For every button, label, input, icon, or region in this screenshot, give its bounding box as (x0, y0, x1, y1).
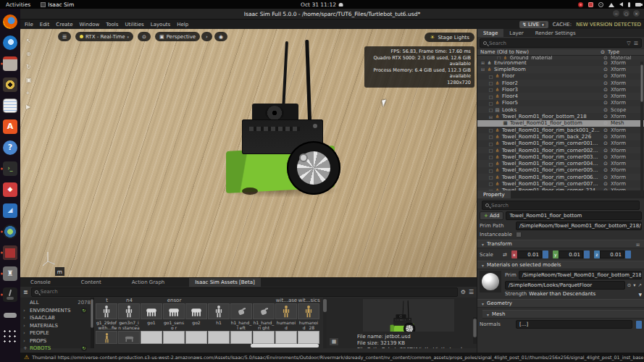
target-icon[interactable]: ⊙ (627, 282, 631, 288)
visibility-eye-icon[interactable]: ⊙ (601, 60, 611, 66)
expander-box[interactable] (488, 154, 494, 159)
panel-tab[interactable]: Console (25, 278, 57, 287)
gear-icon[interactable]: ⚙ (461, 289, 466, 295)
dock-app-icon[interactable] (0, 305, 20, 326)
expander-box[interactable] (480, 60, 486, 65)
visibility-eye-icon[interactable]: ⊙ (601, 134, 611, 140)
visibility-button[interactable]: ⊙ (138, 32, 151, 41)
table-row[interactable]: Towel_Room01_floor_rim_back001_222 ⊙ Xfo… (477, 127, 644, 133)
filter-icon[interactable]: ▽ (627, 41, 630, 46)
expander-box[interactable] (495, 56, 502, 59)
asset-tile[interactable]: humanoid _28 (298, 303, 319, 330)
visibility-eye-icon[interactable]: ⊙ (601, 140, 611, 146)
visibility-eye-icon[interactable]: ⊙ (601, 100, 611, 106)
table-row[interactable]: Floor2 ⊙ Xform (477, 80, 644, 86)
visibility-eye-icon[interactable]: ⊙ (601, 174, 611, 180)
dock-app-icon[interactable] (0, 284, 20, 305)
asset-tile[interactable]: g1_29dof_with...fied (96, 303, 117, 330)
chevron-down-icon[interactable]: ▾ (633, 282, 635, 288)
asset-thumbnail[interactable] (275, 331, 297, 344)
section-options-icon[interactable]: ⊞ (636, 242, 640, 247)
focused-app-name[interactable]: Isaac Sim (36, 1, 78, 8)
stage-tree-header[interactable]: Name (Old to New) ⊙ Type (477, 49, 644, 56)
units-badge[interactable]: m (55, 267, 64, 276)
dock-app-icon[interactable]: ♜ (0, 263, 20, 284)
minimize-button[interactable]: − (613, 10, 619, 17)
activities-button[interactable]: Activities (0, 1, 36, 8)
dock-app-icon[interactable]: ›_ (0, 158, 20, 179)
dock-app-icon[interactable] (0, 242, 20, 263)
panel-tab[interactable]: Content (75, 278, 107, 287)
expander-box[interactable] (488, 161, 494, 167)
visibility-eye-icon[interactable]: ⊙ (601, 114, 611, 119)
tray-icon[interactable] (628, 2, 630, 7)
viewport-options-button[interactable]: ☰ (58, 32, 71, 41)
asset-tile[interactable]: go2 (185, 303, 207, 330)
prim-name-field[interactable]: Towel_Room01_floor_bottom (506, 211, 642, 220)
menu-item[interactable]: Tools (106, 22, 118, 28)
table-row[interactable]: Floor5 ⊙ Xform (477, 100, 644, 106)
type-column-header[interactable]: Type (608, 49, 641, 55)
table-row[interactable]: Environment ⊙ Xform (477, 59, 644, 66)
renderer-selector[interactable]: RTX - Real-Time▾ (75, 32, 133, 41)
filter-list-icon[interactable]: ≣ (23, 289, 28, 295)
asset-thumbnail[interactable] (118, 331, 140, 344)
table-row[interactable]: Towel_Room01_floor_bottom ⊙ Mesh (477, 120, 644, 127)
table-row[interactable]: Towel_Room01_floor_rim_corner001_226 ⊙ X… (477, 140, 644, 147)
scale-x-input[interactable]: 0.01 (517, 251, 542, 258)
material-path-field[interactable]: /SimpleRoom/Looks/ParquetFloor (505, 281, 625, 290)
dock-app-icon[interactable] (0, 53, 20, 74)
dock-app-icon[interactable] (0, 74, 20, 95)
table-row[interactable]: Floor ⊙ Xform (477, 73, 644, 80)
visibility-eye-icon[interactable]: ⊙ (601, 181, 611, 187)
add-property-button[interactable]: +Add (480, 211, 503, 220)
maximize-button[interactable]: ○ (623, 10, 630, 17)
asset-thumbnail[interactable] (298, 331, 319, 344)
tray-icon[interactable] (619, 2, 623, 7)
dock-app-icon[interactable] (0, 32, 20, 53)
asset-thumbnail[interactable] (96, 331, 117, 344)
materials-section-header[interactable]: ▾ Materials on selected models (477, 261, 644, 269)
table-row[interactable]: Looks ⊙ Scope (477, 106, 644, 113)
scale-y-input[interactable]: 0.01 (559, 251, 583, 258)
asset-tile[interactable]: h1_hand_ri ght (253, 303, 275, 330)
normals-button[interactable] (636, 321, 642, 329)
asset-thumbnail[interactable] (141, 331, 162, 344)
expander-box[interactable] (488, 181, 494, 186)
live-sync-button[interactable]: ↯LIVE▾ (519, 21, 548, 28)
list-view-icon[interactable]: ☰ (469, 289, 474, 295)
menu-item[interactable]: Window (80, 22, 100, 28)
expander-box[interactable] (488, 107, 494, 112)
expander-box[interactable] (488, 74, 494, 79)
open-material-icon[interactable]: ↗ (638, 282, 642, 288)
table-row[interactable]: Floor3 ⊙ Xform (477, 86, 644, 93)
expander-box[interactable] (488, 148, 494, 153)
transform-section-header[interactable]: ▾ Transform ⊞ (477, 240, 644, 248)
expander-box[interactable] (480, 67, 486, 72)
capture-button[interactable]: ◉ (214, 32, 227, 41)
name-column-header[interactable]: Name (Old to New) (480, 49, 598, 55)
scale-z-reset-button[interactable] (625, 251, 631, 258)
3d-viewport[interactable]: ☰ RTX - Real-Time▾ ⊙ ▣Perspective › ◉ ↖ … (20, 29, 477, 277)
clock[interactable]: Oct 31 11:12 (301, 1, 343, 8)
expander-box[interactable] (488, 174, 494, 180)
dock-app-icon[interactable]: ◆ (0, 179, 20, 200)
close-button[interactable]: × (633, 10, 640, 17)
expander-box[interactable] (488, 168, 494, 173)
category-item[interactable]: › PEOPLE ↻ (20, 329, 93, 337)
dock-app-icon[interactable]: ◢ (0, 200, 20, 221)
menu-item[interactable]: Edit (40, 22, 50, 28)
camera-selector[interactable]: ▣Perspective (155, 32, 200, 41)
expander-box[interactable] (488, 80, 494, 85)
expander-box[interactable] (488, 101, 494, 106)
category-item[interactable]: › ENVIRONMENTS ↻ (20, 307, 93, 315)
table-row[interactable]: Towel_Room01_floor_rim_back_226 ⊙ Xform (477, 133, 644, 140)
rotate-tool-icon[interactable]: ↻ (26, 64, 32, 70)
geometry-section-header[interactable]: ▾ Geometry (477, 299, 644, 308)
stage-search[interactable]: ▽☰ (480, 38, 642, 48)
menu-item[interactable]: Help (177, 22, 188, 28)
menu-item[interactable]: File (25, 22, 33, 28)
table-row[interactable]: Ground_material ⊙ Material (477, 56, 644, 59)
panel-tab[interactable]: Action Graph (126, 278, 171, 287)
menu-item[interactable]: Create (56, 22, 72, 28)
